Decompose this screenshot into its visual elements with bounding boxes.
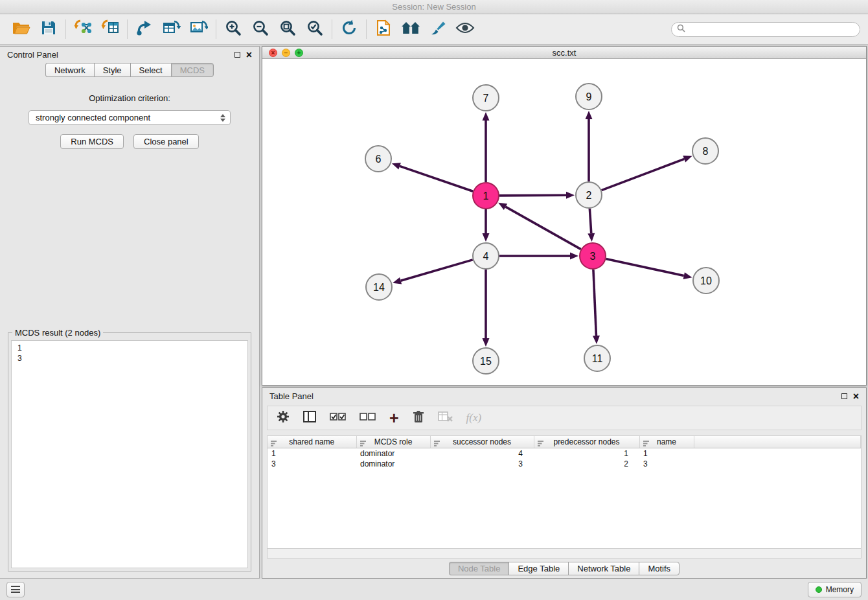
export-image-icon [190,19,208,39]
mcds-result-item[interactable]: 3 [17,353,242,363]
apply-layout-button[interactable] [336,17,363,41]
graph-edge-arrowhead [392,163,401,169]
close-panel-button[interactable]: Close panel [133,134,199,149]
import-table-button[interactable] [97,17,124,41]
document-network-icon [376,19,391,39]
graph-edge-arrowhead [570,253,578,260]
control-panel-tabs: NetworkStyleSelectMCDS [0,63,259,78]
graph-edge-1-2[interactable] [499,195,566,196]
column-header-shared-name[interactable]: shared name [268,436,356,448]
graph-edge-3-11[interactable] [593,270,597,336]
refresh-icon [341,19,358,39]
graph-node-label: 6 [376,154,382,165]
mcds-result-list[interactable]: 13 [11,340,248,568]
graph-edge-arrowhead [683,156,692,162]
cell-name[interactable]: 1 [639,448,694,459]
optimization-dropdown[interactable]: strongly connected component [29,110,231,125]
session-home-button[interactable] [397,17,424,41]
control-tab-network[interactable]: Network [45,63,94,77]
table-tab-motifs[interactable]: Motifs [639,562,680,575]
delete-table-button[interactable] [438,411,453,425]
cell-shared_name[interactable]: 3 [268,459,356,469]
optimization-label: Optimization criterion: [89,93,170,103]
cell-successor_nodes[interactable]: 4 [430,448,534,459]
add-row-button[interactable]: + [389,411,399,424]
search-input[interactable] [689,25,854,34]
mcds-result-box: MCDS result (2 nodes) 13 [8,328,251,571]
float-table-panel-icon[interactable] [841,393,847,399]
column-header-MCDS-role[interactable]: MCDS role [356,436,430,448]
graph-edge-3-1[interactable] [505,207,580,249]
columns-icon [303,411,316,425]
network-canvas[interactable]: 7968124314101511 [262,59,866,385]
column-header-name[interactable]: name [639,436,694,448]
deselect-all-button[interactable] [360,411,376,424]
cell-name[interactable]: 3 [639,459,694,469]
control-panel-header: Control Panel × [0,47,259,63]
window-minimize-button[interactable]: − [282,49,290,57]
network-window-titlebar[interactable]: × − + scc.txt [262,47,866,59]
table-horizontal-scrollbar[interactable] [267,549,862,559]
zoom-out-button[interactable] [247,17,274,41]
zoom-in-button[interactable] [220,17,247,41]
window-zoom-button[interactable]: + [295,49,303,57]
graph-edge-2-3[interactable] [589,209,591,233]
function-builder-button[interactable]: f(x) [466,411,482,424]
graph-edge-3-10[interactable] [606,259,684,275]
table-settings-button[interactable] [277,410,290,426]
new-network-button[interactable] [131,17,158,41]
control-tab-select[interactable]: Select [130,63,171,77]
close-table-panel-icon[interactable]: × [853,393,859,400]
control-tab-style[interactable]: Style [94,63,130,77]
zoom-fit-button[interactable] [274,17,301,41]
column-type-icon [538,439,544,448]
cell-mcds_role[interactable]: dominator [356,448,430,459]
mcds-result-item[interactable]: 1 [17,343,242,353]
network-graph[interactable]: 7968124314101511 [262,59,866,385]
graph-edge-4-14[interactable] [401,260,473,281]
column-header-predecessor-nodes[interactable]: predecessor nodes [534,436,639,448]
column-type-icon [360,439,367,448]
table-tab-edge-table[interactable]: Edge Table [508,562,568,575]
clone-network-button[interactable] [370,17,397,41]
network-share-icon [136,19,153,39]
column-type-icon [271,439,277,448]
memory-button[interactable]: Memory [808,582,862,597]
window-title: Session: New Session [392,2,475,12]
import-network-button[interactable] [69,17,97,41]
show-hide-button[interactable] [451,17,479,41]
cell-predecessor_nodes[interactable]: 2 [534,459,639,469]
task-history-button[interactable] [6,582,25,597]
graph-edge-arrowhead [483,233,490,242]
cell-shared_name[interactable]: 1 [268,448,356,459]
style-brush-button[interactable] [424,17,451,41]
network-from-table-button[interactable] [158,17,185,41]
table-tab-network-table[interactable]: Network Table [568,562,639,575]
export-image-button[interactable] [185,17,212,41]
node-table: shared nameMCDS rolesuccessor nodesprede… [267,435,862,549]
cell-predecessor_nodes[interactable]: 1 [534,448,639,459]
zoom-selected-button[interactable] [301,17,328,41]
delete-row-button[interactable] [413,410,424,426]
show-columns-button[interactable] [303,411,316,425]
cell-mcds_role[interactable]: dominator [356,459,430,469]
column-header-successor-nodes[interactable]: successor nodes [430,436,534,448]
search-icon [677,23,685,35]
open-session-button[interactable] [8,17,35,41]
node-table-row[interactable]: 3dominator323 [268,459,861,469]
graph-edge-2-8[interactable] [602,159,685,190]
dropdown-stepper-icon [220,114,225,122]
graph-node-label: 10 [700,275,712,286]
control-tab-mcds[interactable]: MCDS [171,63,214,77]
search-field[interactable] [671,22,860,37]
node-table-row[interactable]: 1dominator411 [268,448,861,459]
window-close-button[interactable]: × [269,49,277,57]
table-tab-node-table[interactable]: Node Table [449,562,509,575]
float-panel-icon[interactable] [234,52,240,58]
close-panel-icon[interactable]: × [246,51,252,59]
graph-edge-1-6[interactable] [400,166,473,191]
run-mcds-button[interactable]: Run MCDS [60,134,124,149]
save-session-button[interactable] [35,17,62,41]
select-all-button[interactable] [330,411,346,424]
cell-successor_nodes[interactable]: 3 [430,459,534,469]
